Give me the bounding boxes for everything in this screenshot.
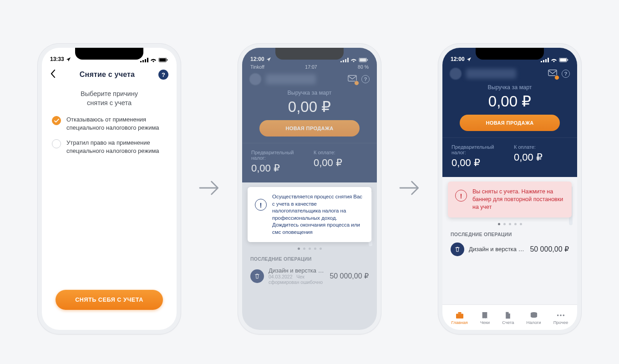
radio-icon xyxy=(52,116,61,125)
briefcase-icon xyxy=(456,312,464,319)
tax-due-value: 0,00 ₽ xyxy=(314,157,368,169)
receipt-icon xyxy=(481,312,489,319)
banner-text: Осуществляется процесс снятия Вас с учет… xyxy=(272,193,364,236)
tax-prelim-value: 0,00 ₽ xyxy=(452,157,506,169)
tab-home[interactable]: Главная xyxy=(452,312,468,325)
svg-rect-1 xyxy=(142,60,144,62)
revenue-label: Выручка за март xyxy=(242,87,377,96)
svg-rect-13 xyxy=(367,59,368,61)
info-banner-processing[interactable]: ! Осуществляется процесс снятия Вас с уч… xyxy=(248,187,371,242)
pagination-dots[interactable] xyxy=(248,242,371,253)
tab-taxes[interactable]: Налоги xyxy=(527,312,541,325)
help-icon[interactable]: ? xyxy=(361,75,370,83)
pagination-dots[interactable] xyxy=(448,217,572,229)
signal-icon xyxy=(340,58,349,62)
svg-rect-17 xyxy=(545,59,547,62)
svg-rect-21 xyxy=(568,59,568,61)
status-time: 12:00 xyxy=(451,56,465,62)
tax-due-label: К оплате: xyxy=(514,144,568,150)
wifi-icon xyxy=(150,58,157,62)
mail-icon[interactable] xyxy=(348,75,357,84)
svg-point-27 xyxy=(560,314,562,316)
operation-amount: 50 000,00 ₽ xyxy=(330,272,369,280)
svg-rect-8 xyxy=(343,60,344,62)
svg-rect-18 xyxy=(548,58,549,62)
revenue-amount: 0,00 ₽ xyxy=(442,91,577,115)
wifi-icon xyxy=(551,58,557,62)
tax-due-label: К оплате: xyxy=(314,150,368,155)
svg-rect-20 xyxy=(560,58,566,61)
tab-invoices[interactable]: Счета xyxy=(502,312,514,325)
phone-frame-2: 12:00 Tinkoff 17:07 80 % xyxy=(238,43,381,334)
notification-badge xyxy=(554,75,559,80)
revenue-label: Выручка за март xyxy=(442,81,577,91)
wifi-icon xyxy=(350,58,357,62)
tax-due-value: 0,00 ₽ xyxy=(514,152,568,163)
document-icon xyxy=(504,312,512,319)
phone-notch xyxy=(275,48,344,60)
operation-row[interactable]: Дизайн и верстка сайт… 50 000,00 ₽ xyxy=(448,241,572,258)
svg-rect-7 xyxy=(340,61,342,62)
reason-option-2[interactable]: Утратил право на применение специального… xyxy=(52,139,167,155)
user-name-blurred xyxy=(266,74,316,84)
back-button[interactable] xyxy=(50,70,56,80)
new-sale-button[interactable]: НОВАЯ ПРОДАЖА xyxy=(259,120,360,136)
option-label: Отказываюсь от применения специального н… xyxy=(66,116,167,131)
operation-amount: 50 000,00 ₽ xyxy=(530,245,569,253)
flow-arrow-icon xyxy=(197,175,222,202)
trash-icon xyxy=(451,243,464,256)
phone-frame-1: 13:33 Снятие с учета ? Выберите причину … xyxy=(37,43,181,334)
tab-receipts[interactable]: Чеки xyxy=(480,312,490,325)
tax-prelim-label: Предварительный налог: xyxy=(452,144,506,155)
svg-rect-12 xyxy=(360,58,366,61)
avatar[interactable] xyxy=(249,73,261,85)
phone-notch xyxy=(75,48,143,60)
new-sale-button[interactable]: НОВАЯ ПРОДАЖА xyxy=(460,115,560,131)
svg-rect-16 xyxy=(543,60,544,62)
svg-rect-24 xyxy=(458,312,461,314)
carrier-bar: Tinkoff 17:07 80 % xyxy=(242,63,377,70)
svg-rect-10 xyxy=(347,58,349,62)
reason-option-1[interactable]: Отказываюсь от применения специального н… xyxy=(52,116,167,131)
alert-banner-deregistered[interactable]: ! Вы сняты с учета. Нажмите на баннер дл… xyxy=(448,182,572,217)
status-time: 13:33 xyxy=(50,56,64,62)
option-label: Утратил право на применение специального… xyxy=(66,139,167,155)
svg-point-28 xyxy=(563,314,565,316)
info-icon: ! xyxy=(255,199,267,211)
recent-operations-title: ПОСЛЕДНИЕ ОПЕРАЦИИ xyxy=(448,229,572,241)
help-button[interactable]: ? xyxy=(158,70,168,80)
tax-prelim-label: Предварительный налог: xyxy=(251,150,305,161)
operation-name: Дизайн и верстка сайт… xyxy=(469,246,525,253)
status-time: 12:00 xyxy=(250,56,264,62)
location-icon xyxy=(66,57,71,62)
signal-icon xyxy=(140,58,148,62)
page-subheading: Выберите причину снятия с учета xyxy=(42,83,177,116)
svg-rect-2 xyxy=(145,59,146,62)
submit-deregister-button[interactable]: СНЯТЬ СЕБЯ С УЧЕТА xyxy=(56,290,163,310)
avatar[interactable] xyxy=(450,68,462,80)
more-icon xyxy=(557,312,565,319)
radio-icon xyxy=(52,139,61,148)
svg-rect-6 xyxy=(167,59,168,61)
operation-row[interactable]: Дизайн и верстка сайт… 04.03.2022 Чек сф… xyxy=(248,265,371,287)
phone-frame-3: 12:00 xyxy=(438,43,582,334)
help-icon[interactable]: ? xyxy=(562,70,570,78)
alert-icon: ! xyxy=(455,190,467,202)
recent-operations-title: ПОСЛЕДНИЕ ОПЕРАЦИИ xyxy=(248,253,371,265)
tax-prelim-value: 0,00 ₽ xyxy=(251,162,305,174)
signal-icon xyxy=(541,58,549,62)
tab-bar: Главная Чеки Счета Налоги Прочее xyxy=(442,304,577,330)
revenue-amount: 0,00 ₽ xyxy=(242,96,377,120)
mail-icon[interactable] xyxy=(548,69,557,78)
trash-icon xyxy=(250,269,264,283)
location-icon xyxy=(467,57,472,62)
svg-point-26 xyxy=(557,314,559,316)
svg-rect-15 xyxy=(541,61,542,62)
tab-more[interactable]: Прочее xyxy=(553,312,568,325)
operation-name: Дизайн и верстка сайт… xyxy=(269,267,325,274)
notification-badge xyxy=(354,81,359,86)
svg-rect-23 xyxy=(456,313,463,318)
battery-icon xyxy=(359,58,369,62)
battery-icon xyxy=(158,58,168,62)
banner-text: Вы сняты с учета. Нажмите на баннер для … xyxy=(472,188,564,211)
